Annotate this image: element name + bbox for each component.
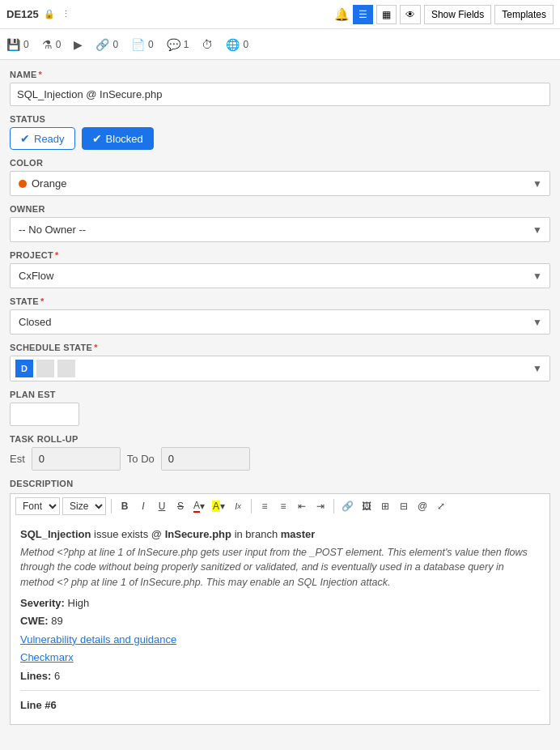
- indent-inc-button[interactable]: ⇥: [312, 497, 329, 515]
- schedule-d-block: D: [15, 360, 33, 377]
- color-select[interactable]: Orange: [10, 171, 550, 196]
- bold-button[interactable]: B: [117, 497, 133, 515]
- schedule-state-select[interactable]: D: [10, 356, 550, 381]
- underline-button[interactable]: U: [154, 497, 170, 515]
- severity-value: High: [68, 597, 90, 609]
- font-color-button[interactable]: A▾: [191, 497, 207, 515]
- schedule-state-label: SCHEDULE STATE*: [10, 343, 550, 352]
- fullscreen-button[interactable]: ⤢: [433, 497, 449, 515]
- table-button[interactable]: ⊞: [377, 497, 393, 515]
- schedule-state-field-group: SCHEDULE STATE* D ▼: [10, 343, 550, 381]
- todo-label: To Do: [127, 453, 155, 465]
- checkmarx-link[interactable]: Checkmarx: [20, 651, 74, 663]
- italic-button[interactable]: I: [135, 497, 151, 515]
- project-label: PROJECT*: [10, 250, 550, 260]
- templates-button[interactable]: Templates: [494, 5, 554, 24]
- indent-dec-button[interactable]: ⇤: [294, 497, 310, 515]
- top-bar-left: DE125 🔒 ⋮: [6, 7, 330, 22]
- image-button[interactable]: 🖼: [358, 497, 375, 515]
- name-label: NAME*: [10, 70, 550, 79]
- bold-text-3: master: [281, 528, 316, 540]
- cwe-value: 89: [51, 615, 62, 627]
- plan-est-input[interactable]: [10, 403, 79, 426]
- globe-icon: 🌐: [226, 38, 240, 51]
- task-rollup-label: TASK ROLL-UP: [10, 434, 550, 444]
- normal-text-2: in branch: [235, 528, 281, 540]
- blocked-label: Blocked: [106, 133, 143, 145]
- task-rollup-field-group: TASK ROLL-UP Est To Do: [10, 434, 550, 471]
- state-select-wrapper: Closed ▼: [10, 309, 550, 335]
- rollup-est-input: [32, 447, 121, 471]
- project-select[interactable]: CxFlow: [10, 263, 550, 288]
- link-icon: 🔗: [95, 38, 109, 51]
- links-count: 0: [112, 39, 118, 50]
- description-content[interactable]: SQL_Injection issue exists @ InSecure.ph…: [10, 518, 550, 725]
- strikethrough-button[interactable]: S: [172, 497, 189, 515]
- comments-count: 1: [184, 39, 189, 50]
- bg-color-button[interactable]: A▾: [210, 497, 227, 515]
- tests-count: 0: [56, 39, 62, 50]
- history-icon: ⏱: [202, 38, 213, 51]
- ready-button[interactable]: ✔ Ready: [10, 127, 75, 150]
- owner-select[interactable]: -- No Owner --: [10, 217, 550, 242]
- name-field-group: NAME*: [10, 70, 550, 106]
- saves-count: 0: [23, 39, 29, 50]
- schedule-block-3: [57, 360, 75, 377]
- size-select[interactable]: Size: [62, 497, 106, 515]
- plan-est-label: PLAN EST: [10, 390, 550, 399]
- table2-button[interactable]: ⊟: [396, 497, 412, 515]
- show-fields-button[interactable]: Show Fields: [424, 5, 491, 24]
- state-select[interactable]: Closed: [10, 309, 550, 335]
- number-list-button[interactable]: ≡: [275, 497, 291, 515]
- link-button[interactable]: 🔗: [339, 497, 356, 515]
- line-ref-line: Line #6: [20, 697, 540, 714]
- bullet-list-button[interactable]: ≡: [257, 497, 273, 515]
- description-toolbar: Font Size B I U S A▾ A▾ Ix ≡ ≡ ⇤ ⇥ 🔗 🖼 ⊞…: [10, 493, 550, 518]
- desc-link2-line: Checkmarx: [20, 650, 540, 666]
- grid-view-btn[interactable]: ▦: [376, 5, 397, 24]
- comments-item[interactable]: 💬 1: [167, 38, 189, 51]
- desc-severity-line: Severity: High: [20, 595, 540, 612]
- owner-label: OWNER: [10, 204, 550, 214]
- bold-text-2: InSecure.php: [165, 528, 231, 540]
- save-icon: 💾: [6, 38, 20, 51]
- flask-icon: ⚗: [42, 38, 53, 51]
- lock-icon[interactable]: 🔒: [42, 7, 57, 22]
- ready-check-icon: ✔: [20, 132, 30, 145]
- bell-icon[interactable]: 🔔: [335, 7, 350, 22]
- tests-item[interactable]: ⚗ 0: [42, 38, 62, 51]
- history-item[interactable]: ⏱: [202, 38, 213, 51]
- list-view-btn[interactable]: ☰: [353, 5, 373, 24]
- docs-item[interactable]: 📄 0: [131, 38, 154, 51]
- font-select[interactable]: Font: [15, 497, 60, 515]
- project-select-wrapper: CxFlow ▼: [10, 263, 550, 288]
- play-icon: ▶: [74, 38, 83, 51]
- toolbar-separator-3: [333, 499, 334, 513]
- globe-item[interactable]: 🌐 0: [226, 38, 248, 51]
- blocked-button[interactable]: ✔ Blocked: [82, 127, 154, 150]
- clear-format-button[interactable]: Ix: [230, 497, 246, 515]
- blocked-check-icon: ✔: [92, 132, 102, 145]
- cwe-label: CWE:: [20, 615, 49, 627]
- name-input[interactable]: [10, 83, 550, 106]
- color-dot-icon: [19, 180, 27, 188]
- eye-view-btn[interactable]: 👁: [400, 5, 421, 24]
- est-label: Est: [10, 453, 25, 465]
- toolbar-separator-2: [251, 499, 252, 513]
- toolbar-separator-1: [111, 499, 112, 513]
- state-label: STATE*: [10, 296, 550, 306]
- globe-count: 0: [243, 39, 248, 50]
- severity-label: Severity:: [20, 597, 65, 609]
- color-label: COLOR: [10, 158, 550, 168]
- vulnerability-details-link[interactable]: Vulnerability details and guidance: [20, 633, 176, 646]
- run-item[interactable]: ▶: [74, 38, 83, 51]
- owner-select-wrapper: -- No Owner -- ▼: [10, 217, 550, 242]
- lines-label: Lines:: [20, 670, 51, 682]
- docs-count: 0: [148, 39, 154, 50]
- color-field-group: COLOR Orange ▼: [10, 158, 550, 196]
- links-item[interactable]: 🔗 0: [95, 38, 118, 51]
- lines-value: 6: [54, 670, 60, 682]
- menu-icon[interactable]: ⋮: [59, 7, 74, 22]
- mention-button[interactable]: @: [414, 497, 431, 515]
- saves-item[interactable]: 💾 0: [6, 38, 29, 51]
